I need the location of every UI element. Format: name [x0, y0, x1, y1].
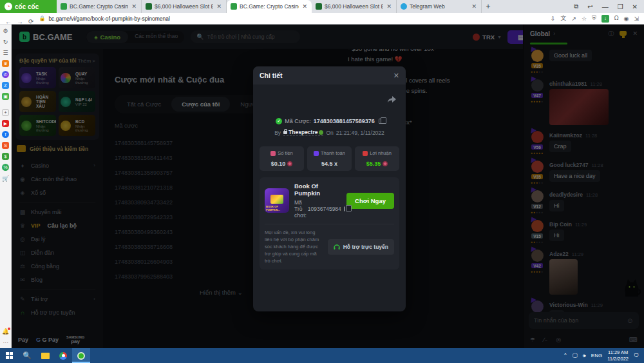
forward-icon[interactable]: →: [17, 18, 23, 25]
verified-icon: ✓: [276, 118, 282, 124]
back-icon[interactable]: ←: [5, 18, 12, 25]
youtube-icon[interactable]: ▶: [2, 120, 9, 127]
cast-icon[interactable]: ⧉: [574, 3, 578, 10]
messenger-icon[interactable]: ✆: [2, 71, 9, 78]
network-icon[interactable]: 🖵: [573, 353, 578, 359]
tab-close-icon[interactable]: ✕: [386, 3, 392, 10]
close-button[interactable]: ✕: [632, 3, 638, 10]
share-icon[interactable]: ↗: [571, 15, 576, 22]
lock-icon: 🔒: [39, 15, 45, 21]
url-field[interactable]: 🔒 bc.game/vi/game/book-of-pumpkin-by-spi…: [39, 14, 545, 23]
live-support-button[interactable]: Hỗ trợ trực tuyến: [328, 239, 394, 255]
coccoc-side-rail: ⚙ ↻ ☰ ♛ ✆ Z ▣ + ▶ f S $ % 🛒 🔔 ⋯: [0, 25, 12, 348]
gem-icon: [287, 161, 292, 166]
start-button[interactable]: [0, 348, 18, 363]
chrome-taskbar-icon[interactable]: [54, 348, 72, 363]
money-app-icon[interactable]: $: [2, 153, 9, 160]
modal-title: Chi tiết: [260, 72, 283, 79]
volume-icon[interactable]: 🕪: [583, 353, 586, 359]
action-center-icon[interactable]: 🗨: [634, 353, 639, 358]
coccoc-menu-button[interactable]: ◔ cốc cốc: [0, 0, 57, 13]
coccoc-brand: cốc cốc: [15, 3, 39, 10]
clock[interactable]: 11:29 AM11/2/2022: [607, 349, 629, 362]
extension-icon[interactable]: ᘯ: [614, 15, 619, 22]
notification-bell-icon[interactable]: 🔔: [2, 328, 9, 335]
profit-icon: [363, 151, 368, 156]
browser-tab[interactable]: $6,000 Halloween Slot Battle ✕: [142, 0, 227, 13]
add-shortcut-icon[interactable]: +: [2, 109, 9, 116]
bettor-username[interactable]: Thespectre: [283, 129, 323, 136]
coccoc-logo-icon: ◔: [5, 3, 12, 10]
download-page-icon[interactable]: ⇩: [551, 15, 556, 22]
browser-tab[interactable]: BC.Game: Crypto Casino Gam ✕: [57, 0, 142, 13]
browser-tab-bar: ◔ cốc cốc BC.Game: Crypto Casino Gam ✕ $…: [0, 0, 644, 13]
tab-favicon: [401, 3, 407, 10]
tab-close-icon[interactable]: ✕: [301, 3, 308, 10]
tab-close-icon[interactable]: ✕: [131, 3, 137, 10]
bcgame-page: b BC.GAME ♠ Casino Các môn thể thao 🔍 TR…: [12, 25, 644, 348]
windows-taskbar: 🔍 ⌃ 🖵 🕪 ENG 11:29 AM11/2/2022 🗨: [0, 348, 644, 363]
game-card: BOOK OF PUMPKIN... Book Of Pumpkin Mã Tr…: [260, 177, 399, 270]
game-thumbnail[interactable]: BOOK OF PUMPKIN...: [265, 188, 289, 213]
history-icon[interactable]: ↻: [2, 38, 9, 45]
more-options-icon[interactable]: ⋯: [3, 340, 8, 346]
deal-icon[interactable]: %: [2, 164, 9, 171]
file-explorer-icon[interactable]: [36, 348, 54, 363]
tab-favicon: [316, 3, 322, 10]
bookmark-star-icon[interactable]: ☆: [582, 15, 587, 22]
support-note: Mọi vấn đề, xin vui lòng liên hệ với bộ …: [265, 230, 323, 264]
shopee-icon[interactable]: S: [2, 142, 9, 149]
coccoc-taskbar-icon[interactable]: [72, 348, 90, 363]
copy-icon[interactable]: [379, 119, 383, 124]
modal-close-icon[interactable]: ✕: [393, 72, 399, 80]
language-indicator[interactable]: ENG: [591, 353, 602, 358]
lock-icon: [283, 131, 287, 134]
facebook-icon[interactable]: f: [2, 131, 9, 138]
adblock-shield-icon[interactable]: ⛨: [592, 15, 596, 22]
headset-icon: [334, 244, 340, 250]
games-gamepad-icon[interactable]: ▣: [2, 93, 9, 100]
tray-chevron-icon[interactable]: ⌃: [563, 353, 567, 358]
share-bet-icon[interactable]: [386, 95, 397, 104]
profile-icon[interactable]: ◉: [624, 15, 629, 22]
stat-payout: Thanh toán 54.5 x: [307, 146, 352, 171]
zalo-icon[interactable]: Z: [2, 82, 9, 89]
maximize-button[interactable]: ❐: [618, 3, 623, 10]
url-text: bc.game/vi/game/book-of-pumpkin-by-spino…: [48, 15, 170, 22]
restore-tab-icon[interactable]: ↩: [587, 3, 592, 10]
downloads-tray-icon[interactable]: ⇲: [634, 15, 639, 22]
tab-favicon: [61, 3, 67, 10]
stat-amount: Số tiền $0.10: [260, 146, 304, 171]
amount-icon: [270, 151, 276, 156]
bet-details-modal: Chi tiết ✕ ✓ Mã Cược: 174830388145758937…: [253, 66, 406, 311]
tab-favicon: [231, 3, 237, 10]
new-tab-button[interactable]: +: [482, 0, 495, 13]
game-id-value: 10936745984: [308, 206, 341, 212]
play-now-button[interactable]: Chơi Ngay: [346, 193, 394, 209]
idm-download-icon[interactable]: ↓: [601, 15, 609, 23]
settings-gear-icon[interactable]: ⚙: [2, 27, 9, 34]
tab-close-icon[interactable]: ✕: [471, 3, 477, 10]
cart-icon[interactable]: 🛒: [2, 175, 9, 182]
newsfeed-icon[interactable]: ☰: [2, 49, 9, 56]
crown-vip-icon[interactable]: ♛: [2, 60, 9, 67]
taskbar-search-icon[interactable]: 🔍: [18, 348, 36, 363]
browser-tab[interactable]: Telegram Web ✕: [397, 0, 482, 13]
minimize-button[interactable]: —: [602, 3, 609, 10]
browser-tab-active[interactable]: BC.Game: Crypto Casino Gam ✕: [227, 0, 312, 13]
bet-id-value: 1748303881457589376: [314, 118, 375, 124]
turtle-emoji-icon: [319, 130, 323, 135]
tab-favicon: [146, 3, 152, 10]
translate-icon[interactable]: 文: [560, 14, 566, 23]
game-title: Book Of Pumpkin: [294, 182, 341, 197]
gem-icon: [383, 161, 388, 166]
stat-profit: Lợi nhuận $5.35: [355, 146, 399, 171]
reload-icon[interactable]: ⟳: [28, 18, 33, 25]
payout-icon: [314, 151, 319, 156]
tab-close-icon[interactable]: ✕: [216, 3, 222, 10]
bet-datetime: 21:21:49, 1/11/2022: [336, 130, 384, 136]
browser-address-bar: ← → ⟳ 🔒 bc.game/vi/game/book-of-pumpkin-…: [0, 13, 644, 25]
copy-icon[interactable]: [344, 206, 345, 211]
browser-tab[interactable]: $6,000 Halloween Slot Battle ✕: [312, 0, 397, 13]
